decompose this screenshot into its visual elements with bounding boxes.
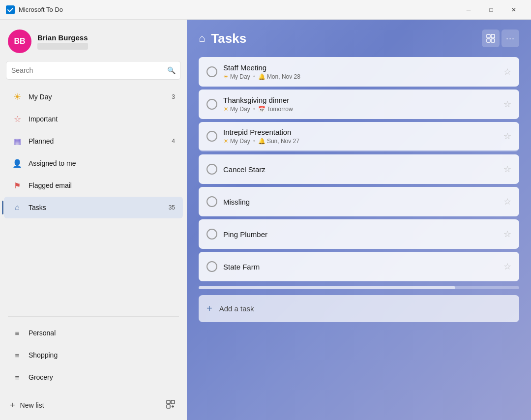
task-item[interactable]: State Farm ☆	[199, 252, 519, 281]
sidebar-item-label: My Day	[29, 93, 166, 101]
close-button[interactable]: ✕	[502, 2, 525, 18]
task-item[interactable]: Cancel Starz ☆	[199, 154, 519, 184]
task-star[interactable]: ☆	[503, 164, 511, 175]
list-items: ≡ Personal ≡ Shopping ≡ Grocery	[0, 320, 187, 390]
home-icon: ⌂	[12, 203, 23, 212]
task-meta: ☀ My Day • 📅 Tomorrow	[223, 106, 498, 113]
add-task-label: Add a task	[219, 304, 254, 313]
task-checkbox[interactable]	[206, 99, 217, 110]
task-item[interactable]: Missling ☆	[199, 187, 519, 216]
app-title: Microsoft To Do	[19, 6, 453, 13]
task-item[interactable]: Staff Meeting ☀ My Day • 🔔 Mon, Nov 28 ☆	[199, 57, 519, 87]
task-body: Ping Plumber	[223, 230, 498, 239]
svg-rect-6	[487, 34, 490, 38]
task-checkbox[interactable]	[206, 261, 217, 272]
scroll-thumb	[199, 286, 455, 289]
task-checkbox[interactable]	[206, 66, 217, 77]
task-meta-reminder: 🔔 Sun, Nov 27	[258, 138, 299, 145]
task-title: Thanksgiving dinner	[223, 96, 498, 104]
task-checkbox[interactable]	[206, 164, 217, 175]
new-list-button[interactable]: + New list	[8, 396, 157, 414]
flag-icon: ⚑	[12, 181, 23, 190]
task-meta-reminder: 🔔 Mon, Nov 28	[258, 73, 300, 80]
search-bar: 🔍	[6, 61, 181, 80]
task-title: Intrepid Presentation	[223, 128, 498, 136]
maximize-button[interactable]: □	[480, 2, 502, 18]
svg-rect-3	[167, 405, 170, 408]
sidebar-item-label: Planned	[29, 137, 166, 145]
content-header: ⌂ Tasks ···	[199, 30, 519, 47]
task-body: Intrepid Presentation ☀ My Day • 🔔 Sun, …	[223, 128, 498, 145]
content-title: Tasks	[211, 31, 476, 46]
profile-name: Brian Burgess	[37, 33, 88, 42]
task-meta: ☀ My Day • 🔔 Sun, Nov 27	[223, 138, 498, 145]
plus-icon: +	[10, 400, 15, 411]
bell-icon: 🔔	[258, 73, 266, 80]
sidebar-item-assigned[interactable]: 👤 Assigned to me	[4, 152, 183, 174]
task-body: Missling	[223, 198, 498, 206]
task-star[interactable]: ☆	[503, 66, 511, 77]
sidebar-item-flagged-email[interactable]: ⚑ Flagged email	[4, 175, 183, 196]
more-options-button[interactable]: ···	[502, 30, 519, 47]
minimize-button[interactable]: ─	[457, 2, 480, 18]
task-star[interactable]: ☆	[503, 261, 511, 272]
task-title: Cancel Starz	[223, 165, 498, 174]
list-icon: ≡	[12, 351, 23, 360]
header-actions: ···	[482, 30, 519, 47]
sidebar-item-label: Tasks	[29, 204, 163, 211]
scroll-indicator	[199, 286, 519, 289]
sidebar-item-planned[interactable]: ▦ Planned 4	[4, 130, 183, 152]
task-meta-myday: ☀ My Day	[223, 73, 250, 80]
svg-rect-2	[171, 400, 175, 404]
sidebar-footer: + New list	[0, 390, 187, 420]
task-title: Staff Meeting	[223, 63, 498, 72]
sun-icon: ☀	[223, 106, 229, 113]
list-item-shopping[interactable]: ≡ Shopping	[4, 344, 183, 366]
main-layout: BB Brian Burgess 🔍 ☀ My Day 3 ☆ Importan…	[0, 20, 531, 420]
task-body: State Farm	[223, 263, 498, 271]
svg-rect-7	[491, 34, 495, 38]
task-checkbox[interactable]	[206, 196, 217, 207]
task-body: Staff Meeting ☀ My Day • 🔔 Mon, Nov 28	[223, 63, 498, 80]
add-task-button[interactable]: + Add a task	[199, 295, 519, 322]
search-icon: 🔍	[167, 66, 176, 74]
list-item-grocery[interactable]: ≡ Grocery	[4, 366, 183, 388]
task-meta-due: 📅 Tomorrow	[258, 106, 293, 113]
task-item[interactable]: Intrepid Presentation ☀ My Day • 🔔 Sun, …	[199, 122, 519, 151]
task-item[interactable]: Ping Plumber ☆	[199, 219, 519, 249]
avatar[interactable]: BB	[8, 30, 31, 53]
sidebar-item-my-day[interactable]: ☀ My Day 3	[4, 86, 183, 108]
task-star[interactable]: ☆	[503, 99, 511, 110]
sidebar-item-important[interactable]: ☆ Important	[4, 108, 183, 130]
titlebar: Microsoft To Do ─ □ ✕	[0, 0, 531, 20]
task-checkbox[interactable]	[206, 229, 217, 240]
bell-icon: 🔔	[258, 138, 266, 145]
svg-rect-9	[491, 39, 495, 42]
task-star[interactable]: ☆	[503, 196, 511, 207]
sun-icon: ☀	[12, 91, 23, 102]
task-meta: ☀ My Day • 🔔 Mon, Nov 28	[223, 73, 498, 80]
sidebar-item-label: Flagged email	[29, 181, 175, 189]
sidebar-item-tasks[interactable]: ⌂ Tasks 35	[4, 197, 183, 218]
task-list: Staff Meeting ☀ My Day • 🔔 Mon, Nov 28 ☆	[199, 57, 519, 322]
search-input[interactable]	[11, 66, 163, 74]
task-checkbox[interactable]	[206, 131, 217, 142]
list-label: Personal	[29, 329, 175, 337]
task-title: State Farm	[223, 263, 498, 271]
nav-items: ☀ My Day 3 ☆ Important ▦ Planned 4 👤 Ass…	[0, 84, 187, 313]
person-icon: 👤	[12, 159, 23, 168]
task-star[interactable]: ☆	[503, 131, 511, 142]
task-meta-myday: ☀ My Day	[223, 106, 250, 113]
svg-rect-1	[167, 400, 170, 404]
task-star[interactable]: ☆	[503, 229, 511, 240]
list-label: Shopping	[29, 351, 175, 359]
list-item-personal[interactable]: ≡ Personal	[4, 322, 183, 344]
sidebar-item-label: Important	[29, 115, 175, 123]
layout-toggle-button[interactable]	[482, 30, 500, 47]
tasks-header-icon: ⌂	[199, 32, 205, 45]
plus-icon: +	[206, 303, 212, 314]
task-item[interactable]: Thanksgiving dinner ☀ My Day • 📅 Tomorro…	[199, 90, 519, 119]
list-label: Grocery	[29, 373, 175, 381]
list-icon: ≡	[12, 373, 23, 382]
new-list-icon-button[interactable]	[162, 398, 179, 413]
